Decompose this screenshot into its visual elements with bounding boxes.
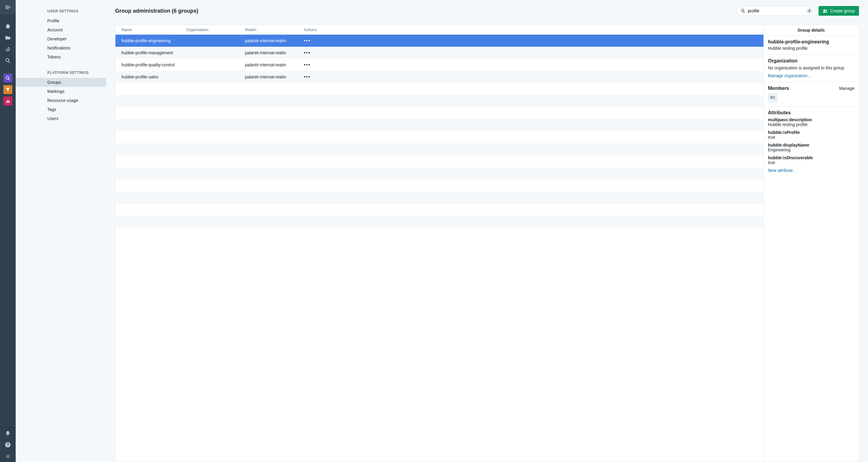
sidebar-item-tags[interactable]: Tags	[16, 105, 106, 114]
table-row[interactable]: hubble-profile-engineeringpalantir-inter…	[116, 35, 764, 47]
organization-heading: Organization	[768, 58, 855, 64]
cell-realm: palantir-internal-realm	[245, 50, 304, 55]
row-actions-icon[interactable]: •••	[304, 37, 311, 43]
sidebar-item-resource-usage[interactable]: Resource usage	[16, 96, 106, 105]
icon-rail: JE	[0, 0, 16, 462]
col-name[interactable]: Name	[121, 27, 186, 32]
col-realm[interactable]: Realm	[245, 27, 304, 32]
groups-table: Name Organization Realm Actions hubble-p…	[115, 25, 764, 462]
sidebar-item-tokens[interactable]: Tokens	[16, 53, 106, 61]
create-group-label: Create group	[830, 8, 855, 13]
group-name: hubble-profile-engineering	[768, 39, 855, 45]
search-input-icon	[741, 8, 745, 13]
table-row-empty	[116, 179, 764, 192]
page-title: Group administration (6 groups)	[115, 8, 198, 14]
cell-name: hubble-profile-quality-control	[121, 62, 186, 67]
members-heading: Members	[768, 86, 789, 91]
table-row-empty	[116, 107, 764, 119]
search-box[interactable]: 6	[737, 6, 815, 16]
table-row-empty	[116, 167, 764, 179]
attribute-item: hubble:displayNameEngineering	[768, 143, 855, 152]
details-header: Group details	[764, 25, 859, 36]
help-icon[interactable]	[0, 439, 16, 451]
create-group-icon	[823, 8, 828, 13]
sidebar-item-notifications[interactable]: Notifications	[16, 44, 106, 53]
table-row[interactable]: hubble-profile-quality-controlpalantir-i…	[116, 59, 764, 71]
attribute-value: true	[768, 135, 855, 140]
group-details-panel: Group details hubble-profile-engineering…	[764, 25, 859, 462]
cell-realm: palantir-internal-realm	[245, 62, 304, 67]
attribute-key: hubble:displayName	[768, 143, 855, 147]
attributes-heading: Attributes	[768, 110, 855, 115]
manage-members-link[interactable]: Manage	[839, 86, 855, 91]
settings-sidebar: USER SETTINGS Profile Account Developer …	[16, 0, 106, 462]
attribute-key: hubble:isDiscoverable	[768, 155, 855, 160]
table-row-empty	[116, 131, 764, 143]
expand-menu-icon[interactable]	[0, 0, 16, 15]
user-avatar[interactable]: JE	[0, 451, 16, 462]
row-actions-icon[interactable]: •••	[304, 61, 311, 67]
cell-realm: palantir-internal-realm	[245, 75, 304, 79]
row-actions-icon[interactable]: •••	[304, 49, 311, 55]
col-organization[interactable]: Organization	[186, 27, 245, 32]
table-row-empty	[116, 204, 764, 215]
app-chart-icon[interactable]	[3, 96, 12, 106]
table-row[interactable]: hubble-profile-salespalantir-internal-re…	[116, 71, 764, 83]
member-avatar[interactable]: RC	[768, 93, 778, 103]
search-icon[interactable]	[0, 55, 16, 66]
app-search-icon[interactable]	[3, 74, 12, 83]
cell-name: hubble-profile-engineering	[121, 38, 186, 43]
cell-name: hubble-profile-management	[121, 50, 186, 55]
sidebar-item-users[interactable]: Users	[16, 114, 106, 123]
col-actions: Actions	[304, 27, 327, 32]
sidebar-item-account[interactable]: Account	[16, 25, 106, 34]
table-row-empty	[116, 215, 764, 228]
attribute-value: Hubble testing profile	[768, 122, 855, 127]
history-icon[interactable]	[0, 44, 16, 55]
attribute-key: hubble:isProfile	[768, 130, 855, 135]
sidebar-heading-user: USER SETTINGS	[16, 6, 106, 16]
home-icon[interactable]	[0, 21, 16, 32]
group-subtitle: Hubble testing profile	[768, 46, 855, 51]
table-row-empty	[116, 143, 764, 155]
cell-name: hubble-profile-sales	[121, 75, 186, 79]
folder-icon[interactable]	[0, 32, 16, 44]
app-filter-icon[interactable]	[3, 85, 12, 94]
attribute-item: hubble:isDiscoverabletrue	[768, 155, 855, 165]
sidebar-item-developer[interactable]: Developer	[16, 34, 106, 44]
attribute-item: multipass:descriptionHubble testing prof…	[768, 117, 855, 127]
organization-text: No organization is assigned to this grou…	[768, 65, 855, 70]
new-attribute-link[interactable]: New attribute...	[768, 168, 855, 173]
notifications-icon[interactable]	[0, 428, 16, 439]
attribute-value: true	[768, 160, 855, 165]
cell-realm: palantir-internal-realm	[245, 38, 304, 43]
main-content: Group administration (6 groups) 6 Create…	[106, 0, 868, 462]
sidebar-item-groups[interactable]: Groups	[16, 78, 106, 87]
table-row-empty	[116, 192, 764, 204]
row-actions-icon[interactable]: •••	[304, 73, 311, 79]
table-row-empty	[116, 119, 764, 131]
search-input[interactable]	[745, 8, 806, 13]
table-row-empty	[116, 155, 764, 167]
sidebar-heading-platform: PLATFORM SETTINGS	[16, 67, 106, 78]
table-row-empty	[116, 83, 764, 95]
sidebar-item-profile[interactable]: Profile	[16, 16, 106, 25]
create-group-button[interactable]: Create group	[818, 6, 859, 16]
attribute-value: Engineering	[768, 147, 855, 152]
table-header: Name Organization Realm Actions	[116, 25, 764, 35]
sidebar-item-markings[interactable]: Markings	[16, 87, 106, 96]
table-row-empty	[116, 95, 764, 107]
attribute-item: hubble:isProfiletrue	[768, 130, 855, 140]
manage-organization-link[interactable]: Manage organization...	[768, 73, 855, 78]
attribute-key: multipass:description	[768, 117, 855, 122]
table-row[interactable]: hubble-profile-managementpalantir-intern…	[116, 47, 764, 59]
search-result-count: 6	[806, 8, 813, 13]
